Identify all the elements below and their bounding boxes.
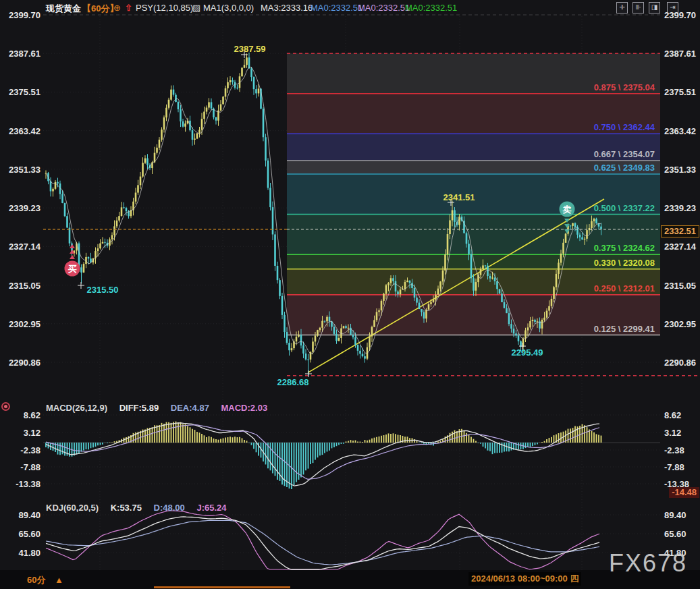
fib-level-label: 0.125 \ 2299.41 xyxy=(594,324,655,334)
price-axis-left-tick: 2351.33 xyxy=(0,164,41,174)
macd-min-badge: -14.48 xyxy=(669,487,699,498)
fib-level-label: 0.750 \ 2362.44 xyxy=(594,122,655,132)
fib-level-label: 0.667 \ 2354.07 xyxy=(594,149,655,159)
ma0-value: MA0:2332.51 xyxy=(405,3,457,13)
price-axis-right-tick: 2351.33 xyxy=(664,164,696,174)
timeframe-text: 60分 xyxy=(27,575,45,585)
kdj-j-value: J:65.24 xyxy=(196,503,226,513)
price-axis-right-tick: 2302.95 xyxy=(664,318,696,329)
buy-arrow-icon xyxy=(70,250,75,254)
ma0-value: MA0:2332.51 xyxy=(311,3,362,13)
price-axis-right-tick: 2375.51 xyxy=(664,87,696,97)
price-axis-right-tick: 2290.86 xyxy=(664,358,696,368)
current-price-badge: 2332.51 xyxy=(661,225,699,237)
macd-dea-value: DEA:4.87 xyxy=(171,403,209,413)
sell-marker[interactable]: 卖 xyxy=(560,202,575,217)
macd-axis-right-tick: -2.38 xyxy=(664,445,684,455)
macd-axis-left-tick: 8.62 xyxy=(0,410,41,420)
macd-diff-value: DIFF:5.89 xyxy=(119,403,159,413)
trading-chart-window: 现货黄金 【60分】 ⊕ ⇧ PSY(12,10,85) ▨ MA1(3,0,0… xyxy=(0,0,700,589)
fib-level-label: 0.375 \ 2324.62 xyxy=(594,243,655,253)
macd-title[interactable]: MACD(26,12,9) xyxy=(46,403,107,413)
price-axis-left-tick: 2339.23 xyxy=(0,203,41,213)
link-icon[interactable]: ⊕ xyxy=(113,3,121,13)
price-annotation: 2295.49 xyxy=(512,347,543,358)
kdj-title[interactable]: KDJ(60,20,5) xyxy=(46,503,99,513)
price-axis-right-tick: 2363.42 xyxy=(664,125,696,136)
price-axis-right-tick: 2315.05 xyxy=(664,280,696,290)
fib-level-label: 0.875 \ 2375.04 xyxy=(594,82,655,92)
buy-arrow-icon xyxy=(70,255,75,259)
price-axis-left-tick: 2315.05 xyxy=(0,280,41,290)
macd-axis-right-tick: -7.88 xyxy=(664,462,684,472)
fib-level-label: 0.330 \ 2320.08 xyxy=(594,258,655,268)
price-annotation: 2387.59 xyxy=(234,44,266,54)
macd-header: MACD(26,12,9) DIFF:5.89 DEA:4.87 MACD:2.… xyxy=(46,403,277,413)
price-axis-right-tick: 2327.14 xyxy=(664,242,696,252)
sell-arrow-icon xyxy=(564,224,570,228)
macd-axis-right-tick: 8.62 xyxy=(664,410,681,420)
price-annotation: 2286.68 xyxy=(277,377,309,387)
price-annotation: 2341.51 xyxy=(443,192,475,202)
macd-axis-left-tick: 3.12 xyxy=(0,428,41,438)
buy-arrow-icon xyxy=(70,244,75,248)
time-axis-bar xyxy=(0,570,700,589)
ma1-label[interactable]: MA1(3,0,0,0) xyxy=(203,3,254,13)
price-axis-right-tick: 2387.61 xyxy=(664,49,696,59)
kdj-d-value: D:48.00 xyxy=(154,503,185,513)
ma3-label: MA3:2333.16 xyxy=(261,3,313,13)
alert-dot-icon[interactable] xyxy=(1,402,10,411)
chart-type-icon[interactable]: ▨ xyxy=(192,3,200,13)
kdj-axis-left-tick: 41.80 xyxy=(0,548,41,558)
chart-window-icon[interactable]: ⊪ xyxy=(632,2,644,13)
crosshair-tool-icon[interactable]: ✛ xyxy=(616,2,628,13)
fx678-watermark: FX678 xyxy=(609,549,687,578)
fib-level-label: 0.625 \ 2349.83 xyxy=(594,163,655,173)
price-axis-left-tick: 2327.14 xyxy=(0,242,41,252)
price-axis-left-tick: 2363.42 xyxy=(0,125,41,136)
price-axis-left-tick: 2375.51 xyxy=(0,87,41,97)
fib-level-label: 0.500 \ 2337.22 xyxy=(594,203,655,213)
psy-indicator-label[interactable]: PSY(12,10,85) xyxy=(136,3,193,13)
macd-axis-left-tick: -13.38 xyxy=(0,479,41,489)
kdj-axis-left-tick: 65.60 xyxy=(0,529,41,539)
macd-axis-left-tick: -7.88 xyxy=(0,462,41,472)
ma0-value: MA0:2332.51 xyxy=(358,3,410,13)
crosshair-time-tooltip: 2024/06/13 08:00~09:00 四 xyxy=(468,572,581,586)
sell-arrow-icon xyxy=(564,229,570,233)
price-annotation: 2315.50 xyxy=(87,285,119,295)
range-scrollbar[interactable] xyxy=(154,586,290,588)
kdj-k-value: K:53.75 xyxy=(111,503,142,513)
timeframe-selector[interactable]: 60分 ▲ xyxy=(27,574,63,586)
price-axis-right-tick: 2399.70 xyxy=(664,10,696,20)
kdj-axis-right-tick: 65.60 xyxy=(664,529,686,539)
kdj-axis-left-tick: 89.40 xyxy=(0,510,41,520)
timeframe-up-arrow-icon[interactable]: ▲ xyxy=(55,575,63,585)
price-axis-left-tick: 2387.61 xyxy=(0,49,41,59)
fib-level-label: 0.250 \ 2312.01 xyxy=(594,283,655,293)
symbol-title: 现货黄金 xyxy=(46,3,81,15)
macd-macd-value: MACD:2.03 xyxy=(221,403,268,413)
price-axis-left-tick: 2290.86 xyxy=(0,358,41,368)
indicator-window-icon[interactable]: ◨ xyxy=(649,2,660,13)
price-axis-right-tick: 2339.23 xyxy=(664,203,696,213)
macd-axis-right-tick: 3.12 xyxy=(664,428,681,438)
sell-arrow-icon xyxy=(564,219,570,223)
kdj-axis-right-tick: 89.40 xyxy=(664,510,686,520)
up-arrow-icon: ⇧ xyxy=(125,3,132,13)
buy-marker[interactable]: 买 xyxy=(65,261,80,277)
price-axis-left-tick: 2302.95 xyxy=(0,318,41,329)
price-axis-left-tick: 2399.70 xyxy=(0,10,41,20)
kdj-header: KDJ(60,20,5) K:53.75 D:48.00 J:65.24 xyxy=(46,503,236,513)
macd-axis-left-tick: -2.38 xyxy=(0,445,41,455)
